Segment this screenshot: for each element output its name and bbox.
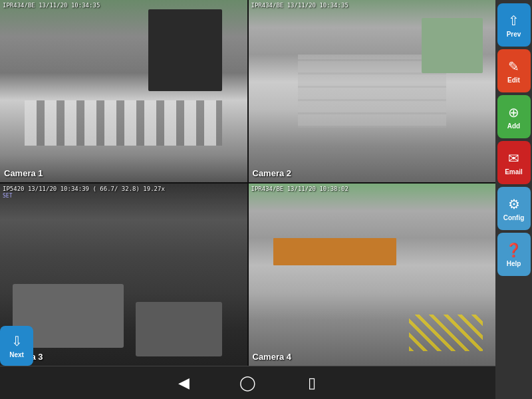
- camera-grid: IPR434/BE 13/11/20 10:34:35 Camera 1 IPR…: [0, 0, 495, 366]
- edit-label: Edit: [507, 76, 520, 84]
- add-icon: ⊕: [508, 104, 519, 120]
- camera-4-feed: [249, 184, 496, 366]
- bottom-nav-bar: ◀ ◯ ▯: [0, 366, 495, 399]
- next-button[interactable]: ⇩ Next: [0, 326, 33, 366]
- edit-button[interactable]: ✎ Edit: [497, 49, 531, 92]
- camera-1-label: Camera 1: [4, 168, 43, 178]
- camera-3-timestamp: IP5420 13/11/20 10:34:39 ( 66.7/ 32.8) 1…: [3, 186, 165, 192]
- config-label: Config: [503, 214, 525, 221]
- edit-icon: ✎: [508, 59, 519, 74]
- add-label: Add: [507, 122, 520, 130]
- email-label: Email: [505, 168, 523, 176]
- camera-2-timestamp: IPR434/BE 13/11/20 10:34:35: [251, 2, 348, 9]
- recents-button[interactable]: ▯: [300, 371, 324, 395]
- camera-3-extra: SET: [3, 193, 12, 199]
- back-button[interactable]: ◀: [172, 371, 196, 395]
- camera-2-feed: [249, 0, 496, 182]
- next-label: Next: [9, 351, 24, 358]
- camera-4-cell[interactable]: IPR434/BE 13/11/20 10:38:02 Camera 4: [249, 184, 496, 366]
- help-icon: ❓: [505, 242, 522, 258]
- camera-grid-area: IPR434/BE 13/11/20 10:34:35 Camera 1 IPR…: [0, 0, 495, 399]
- config-icon: ⚙: [508, 196, 520, 212]
- camera-1-timestamp: IPR434/BE 13/11/20 10:34:35: [3, 2, 100, 9]
- camera-3-feed: [0, 184, 247, 366]
- help-button[interactable]: ❓ Help: [497, 233, 531, 276]
- prev-label: Prev: [507, 31, 521, 38]
- sidebar: ⇧ Prev ✎ Edit ⊕ Add ✉ Email ⚙ Config ❓ H…: [495, 0, 532, 399]
- email-icon: ✉: [508, 150, 519, 166]
- add-button[interactable]: ⊕ Add: [497, 95, 531, 138]
- camera-1-cell[interactable]: IPR434/BE 13/11/20 10:34:35 Camera 1: [0, 0, 247, 182]
- camera-4-timestamp: IPR434/BE 13/11/20 10:38:02: [251, 186, 348, 192]
- camera-4-label: Camera 4: [253, 352, 292, 362]
- main-container: IPR434/BE 13/11/20 10:34:35 Camera 1 IPR…: [0, 0, 532, 399]
- help-label: Help: [507, 260, 521, 267]
- camera-1-feed: [0, 0, 247, 182]
- config-button[interactable]: ⚙ Config: [497, 187, 531, 230]
- prev-icon: ⇧: [508, 13, 519, 29]
- camera-2-cell[interactable]: IPR434/BE 13/11/20 10:34:35 Camera 2: [249, 0, 496, 182]
- camera-3-cell[interactable]: IP5420 13/11/20 10:34:39 ( 66.7/ 32.8) 1…: [0, 184, 247, 366]
- home-button[interactable]: ◯: [236, 371, 260, 395]
- next-icon: ⇩: [11, 333, 23, 349]
- prev-button[interactable]: ⇧ Prev: [497, 3, 531, 47]
- camera-2-label: Camera 2: [253, 168, 292, 178]
- email-button[interactable]: ✉ Email: [497, 141, 531, 184]
